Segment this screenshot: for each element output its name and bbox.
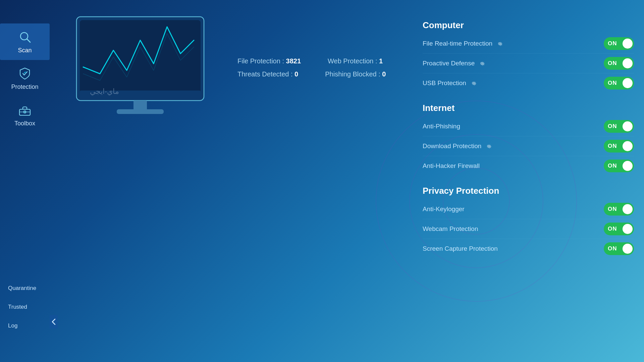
anti-phishing-toggle-knob [623,121,633,131]
download-protection-toggle-label: ON [608,143,617,149]
stats-section: File Protection : 3821 Web Protection : … [231,57,386,78]
protection-label: Protection [11,83,38,90]
anti-phishing-label: Anti-Phishing [423,123,460,130]
stats-row-2: Threats Detected : 0 Phishing Blocked : … [237,70,386,78]
threats-detected-stat: Threats Detected : 0 [237,70,298,78]
screen-capture-protection-label: Screen Capture Protection [423,245,498,252]
anti-keylogger-toggle-knob [623,204,633,214]
privacy-section-title: Privacy Protection [423,186,634,196]
internet-section: Internet Anti-Phishing ON Download Prote… [423,103,634,176]
threats-detected-label: Threats Detected : [237,70,293,78]
anti-phishing-toggle[interactable]: ON [604,120,634,133]
download-protection-label: Download Protection [423,142,492,150]
sidebar-item-toolbox[interactable]: Toolbox [0,97,50,133]
anti-hacker-firewall-row: Anti-Hacker Firewall ON [423,156,634,176]
svg-rect-9 [80,90,201,97]
file-realtime-toggle[interactable]: ON [604,37,634,50]
usb-protection-toggle[interactable]: ON [604,77,634,89]
stats-row-1: File Protection : 3821 Web Protection : … [237,57,386,65]
proactive-defense-toggle-label: ON [608,60,617,67]
file-realtime-gear-icon[interactable] [496,40,503,47]
usb-protection-toggle-label: ON [608,80,617,86]
proactive-defense-row: Proactive Defense ON [423,54,634,73]
proactive-defense-label: Proactive Defense [423,60,485,67]
svg-rect-4 [24,111,26,113]
usb-protection-row: USB Protection ON [423,73,634,93]
scan-icon [17,29,32,44]
phishing-blocked-label: Phishing Blocked : [325,70,380,78]
sidebar-item-protection[interactable]: Protection [0,60,50,97]
download-protection-gear-icon[interactable] [485,142,492,150]
screen-capture-protection-toggle-knob [623,244,633,254]
file-realtime-label: File Real-time Protection [423,40,503,47]
sidebar-item-scan[interactable]: Scan [0,23,50,60]
proactive-defense-toggle[interactable]: ON [604,57,634,70]
screen-capture-protection-toggle[interactable]: ON [604,242,634,255]
anti-hacker-firewall-label: Anti-Hacker Firewall [423,162,480,170]
screen-capture-protection-row: Screen Capture Protection ON [423,239,634,258]
anti-hacker-firewall-toggle[interactable]: ON [604,160,634,172]
file-protection-value: 3821 [286,57,301,65]
download-protection-toggle[interactable]: ON [604,140,634,153]
webcam-protection-label: Webcam Protection [423,225,478,233]
proactive-defense-toggle-knob [623,58,633,68]
phishing-blocked-value: 0 [382,70,386,78]
anti-keylogger-row: Anti-Keylogger ON [423,199,634,219]
webcam-protection-toggle-label: ON [608,226,617,232]
anti-hacker-firewall-toggle-knob [623,161,633,171]
screen-capture-protection-toggle-label: ON [608,245,617,252]
webcam-protection-toggle-knob [623,224,633,234]
monitor-illustration: ماي-ايجي [70,13,211,122]
proactive-defense-gear-icon[interactable] [478,60,485,67]
protection-icon [17,66,32,81]
computer-section-title: Computer [423,20,634,31]
anti-hacker-firewall-toggle-label: ON [608,163,617,169]
scan-label: Scan [18,47,32,54]
anti-keylogger-label: Anti-Keylogger [423,205,465,213]
anti-keylogger-toggle[interactable]: ON [604,203,634,216]
panels-area: Computer File Real-time Protection ON Pr… [416,20,644,345]
usb-protection-toggle-knob [623,78,633,88]
svg-rect-7 [133,101,147,110]
privacy-section: Privacy Protection Anti-Keylogger ON Web… [423,186,634,258]
usb-protection-label: USB Protection [423,79,477,87]
download-protection-row: Download Protection ON [423,136,634,156]
internet-section-title: Internet [423,103,634,113]
web-protection-value: 1 [379,57,383,65]
file-realtime-toggle-label: ON [608,40,617,47]
file-realtime-toggle-knob [623,39,633,49]
threats-detected-value: 0 [294,70,298,78]
web-protection-stat: Web Protection : 1 [328,57,383,65]
usb-protection-gear-icon[interactable] [470,79,477,87]
anti-phishing-toggle-label: ON [608,123,617,130]
file-realtime-row: File Real-time Protection ON [423,34,634,54]
svg-rect-8 [117,109,164,114]
toolbox-icon [17,103,32,117]
toolbox-label: Toolbox [14,120,35,127]
svg-line-1 [27,39,30,42]
file-protection-label: File Protection : [237,57,284,65]
anti-keylogger-toggle-label: ON [608,206,617,213]
web-protection-label: Web Protection : [328,57,377,65]
webcam-protection-toggle[interactable]: ON [604,223,634,235]
webcam-protection-row: Webcam Protection ON [423,219,634,239]
phishing-blocked-stat: Phishing Blocked : 0 [325,70,386,78]
computer-section: Computer File Real-time Protection ON Pr… [423,20,634,93]
file-protection-stat: File Protection : 3821 [237,57,301,65]
anti-phishing-row: Anti-Phishing ON [423,117,634,136]
download-protection-toggle-knob [623,141,633,151]
